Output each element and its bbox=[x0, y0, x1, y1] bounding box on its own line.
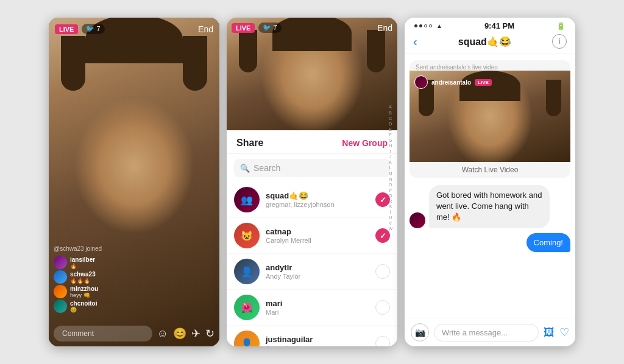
andy-avatar-inner: 👤 bbox=[234, 259, 260, 284]
contacts-list: 👥 squad🤙😂 gregmar, lizzeyjohnson ✓ 😺 bbox=[227, 182, 397, 346]
check-catnap[interactable]: ✓ bbox=[375, 228, 390, 243]
alpha-p: P bbox=[389, 187, 392, 193]
signal-dot-3 bbox=[424, 24, 427, 27]
photo-button[interactable]: 🖼 bbox=[544, 326, 555, 339]
live-video-card: Sent andreisantalo's live video andreisa… bbox=[410, 60, 570, 178]
chat-avatar-1 bbox=[54, 256, 67, 269]
messages-area: Sent andreisantalo's live video andreisa… bbox=[405, 54, 575, 318]
send-icon[interactable]: ✈ bbox=[191, 327, 200, 340]
contact-name-mari: mari bbox=[266, 299, 369, 308]
live-badge: LIVE bbox=[55, 24, 78, 34]
contact-name-squad: squad🤙😂 bbox=[266, 191, 369, 200]
hair-left bbox=[61, 36, 85, 91]
screen1-live: LIVE 🐦 7 End @schwa23 joined iansilber 🔥… bbox=[49, 18, 219, 346]
chat-msg-4: 😊 bbox=[70, 307, 97, 313]
contact-justin[interactable]: 👤 justinaguilar Justin Aguilar bbox=[227, 326, 397, 346]
battery-icon: 🔋 bbox=[556, 22, 566, 30]
camera-button[interactable]: 📷 bbox=[411, 323, 429, 341]
chat-avatar-4 bbox=[54, 299, 67, 313]
share-title: Share bbox=[236, 138, 263, 149]
signal-dot-2 bbox=[419, 24, 422, 27]
message-left: Got bored with homework and went live. C… bbox=[410, 185, 570, 228]
comment-input[interactable]: Comment bbox=[54, 326, 152, 341]
end-button[interactable]: End bbox=[198, 24, 213, 34]
contact-avatar-mari: 🌺 bbox=[234, 295, 260, 320]
new-group-button[interactable]: New Group bbox=[342, 138, 388, 148]
status-time: 9:41 PM bbox=[442, 21, 556, 30]
share-header-row: Share New Group bbox=[227, 130, 397, 154]
mari-avatar-inner: 🌺 bbox=[234, 295, 260, 320]
message-input[interactable]: Write a message... bbox=[434, 324, 539, 341]
contact-sub-andy: Andy Taylor bbox=[266, 273, 369, 280]
contact-name-justin: justinaguilar bbox=[266, 335, 369, 344]
contact-name-catnap: catnap bbox=[266, 227, 369, 236]
heart-button[interactable]: ♡ bbox=[559, 326, 569, 339]
live-thumb-name: andreisantalo bbox=[431, 79, 471, 86]
live-thumb-overlay: andreisantalo LIVE bbox=[414, 75, 492, 89]
alpha-a: A bbox=[389, 104, 392, 110]
contact-name-andy: andytlr bbox=[266, 263, 369, 272]
sender-avatar bbox=[410, 212, 425, 228]
comment-bar: Comment ☺ 😊 ✈ ↻ bbox=[54, 326, 214, 341]
live-thumbnail: andreisantalo LIVE bbox=[410, 71, 570, 162]
contact-squad[interactable]: 👥 squad🤙😂 gregmar, lizzeyjohnson ✓ bbox=[227, 182, 397, 218]
info-button[interactable]: i bbox=[552, 34, 567, 49]
share-viewer-count: 🐦 7 bbox=[258, 23, 281, 33]
alpha-u: U bbox=[389, 215, 392, 220]
alpha-v: V bbox=[389, 220, 392, 226]
refresh-icon[interactable]: ↻ bbox=[205, 327, 214, 340]
wifi-icon: ▲ bbox=[436, 23, 442, 29]
chat-username-3: minzzhou bbox=[70, 285, 98, 292]
status-left: ▲ bbox=[414, 23, 442, 29]
check-mari[interactable] bbox=[375, 300, 390, 315]
back-button[interactable]: ‹ bbox=[413, 35, 417, 49]
alpha-o: O bbox=[389, 182, 392, 187]
alpha-k: K bbox=[389, 159, 392, 165]
ios-nav: ‹ squad🤙😂 i bbox=[405, 32, 575, 54]
nav-title: squad🤙😂 bbox=[458, 36, 511, 47]
share-end-button[interactable]: End bbox=[377, 23, 392, 33]
check-andy[interactable] bbox=[375, 264, 390, 279]
contact-avatar-justin: 👤 bbox=[234, 331, 260, 346]
alpha-d: D bbox=[389, 121, 392, 127]
contact-andytlr[interactable]: 👤 andytlr Andy Taylor bbox=[227, 254, 397, 290]
contact-info-andy: andytlr Andy Taylor bbox=[266, 263, 369, 280]
chat-msg-2: 🔥🔥🔥 bbox=[70, 278, 96, 284]
chat-info-2: schwa23 🔥🔥🔥 bbox=[70, 271, 96, 284]
chat-avatar-2 bbox=[54, 270, 67, 284]
live-controls: LIVE 🐦 7 bbox=[55, 24, 105, 34]
squad-avatar-inner: 👥 bbox=[234, 187, 260, 212]
alpha-w: W bbox=[388, 226, 392, 231]
check-justin[interactable] bbox=[375, 336, 390, 346]
search-bar[interactable]: 🔍 Search A B C D E F G H I J K L M N bbox=[234, 159, 390, 177]
screen1-header: LIVE 🐦 7 End bbox=[55, 24, 213, 34]
live-thumb-avatar bbox=[414, 75, 428, 89]
alpha-m: M bbox=[389, 171, 392, 177]
contact-sub-catnap: Carolyn Merrell bbox=[266, 237, 369, 244]
sent-live-label: Sent andreisantalo's live video bbox=[410, 60, 570, 71]
chat-user-1: iansilber 🔥 bbox=[54, 256, 102, 269]
chat-avatar-3 bbox=[54, 285, 67, 298]
alpha-index: A B C D E F G H I J K L M N O P Q bbox=[388, 159, 392, 177]
check-mark-catnap: ✓ bbox=[380, 231, 386, 240]
alpha-t: T bbox=[389, 209, 392, 215]
contact-mari[interactable]: 🌺 mari Mari bbox=[227, 290, 397, 326]
screen2-share: LIVE 🐦 7 End Share New Group 🔍 Search A … bbox=[227, 18, 397, 346]
chat-msg-1: 🔥 bbox=[70, 263, 95, 269]
live-bottom: Comment ☺ 😊 ✈ ↻ bbox=[49, 321, 219, 346]
share-face bbox=[227, 18, 397, 130]
face-icon[interactable]: 😊 bbox=[173, 327, 186, 340]
bubble-right-text: Coming! bbox=[526, 233, 570, 252]
watch-live-row[interactable]: Watch Live Video bbox=[410, 162, 570, 178]
chat-info-3: minzzhou heyy 👊 bbox=[70, 285, 98, 298]
contact-avatar-andy: 👤 bbox=[234, 259, 260, 284]
ios-input-bar: 📷 Write a message... 🖼 ♡ bbox=[405, 318, 575, 346]
chat-info-1: iansilber 🔥 bbox=[70, 256, 95, 269]
contact-catnap[interactable]: 😺 catnap Carolyn Merrell ✓ bbox=[227, 218, 397, 254]
alpha-b: B bbox=[389, 110, 392, 116]
check-squad[interactable]: ✓ bbox=[375, 192, 390, 207]
contact-sub-justin: Justin Aguilar bbox=[266, 345, 369, 346]
emoji-icon[interactable]: ☺ bbox=[157, 327, 168, 340]
alpha-h: H bbox=[389, 143, 392, 149]
share-live-badge: LIVE bbox=[232, 23, 255, 33]
